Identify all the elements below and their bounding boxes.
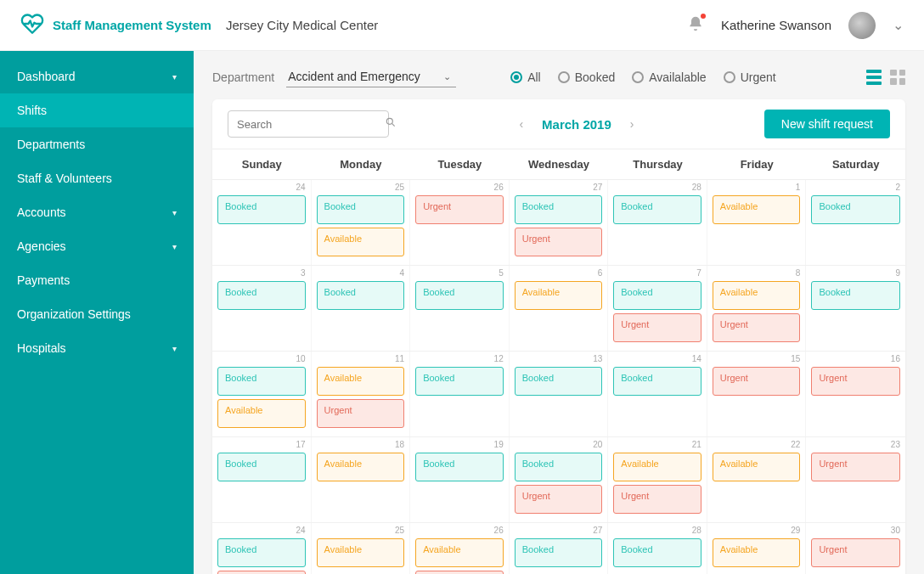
day-cell[interactable]: 7BookedUrgent: [608, 266, 707, 351]
prev-month-button[interactable]: ‹: [519, 117, 523, 131]
day-cell[interactable]: 5Booked: [410, 266, 510, 351]
sidebar-item-organization-settings[interactable]: Organization Settings: [0, 297, 194, 331]
shift-urgent[interactable]: Urgent: [811, 453, 900, 481]
shift-urgent[interactable]: Urgent: [415, 195, 504, 224]
shift-booked[interactable]: Booked: [217, 195, 306, 224]
shift-booked[interactable]: Booked: [415, 453, 504, 481]
day-cell[interactable]: 14Booked: [608, 352, 707, 436]
shift-urgent[interactable]: Urgent: [317, 399, 405, 428]
sidebar-item-departments[interactable]: Departments: [0, 127, 194, 161]
shift-booked[interactable]: Booked: [217, 453, 306, 481]
day-cell[interactable]: 11AvailableUrgent: [312, 352, 411, 436]
day-cell[interactable]: 24Booked: [212, 180, 312, 265]
day-cell[interactable]: 12Booked: [410, 352, 510, 436]
sidebar-item-payments[interactable]: Payments: [0, 263, 194, 297]
day-cell[interactable]: 28Booked: [608, 180, 707, 265]
notifications-button[interactable]: [687, 15, 704, 36]
shift-booked[interactable]: Booked: [515, 195, 603, 224]
day-cell[interactable]: 25BookedAvailable: [312, 180, 411, 265]
day-cell[interactable]: 3Booked: [212, 266, 312, 351]
shift-booked[interactable]: Booked: [515, 538, 603, 567]
grid-view-button[interactable]: [890, 70, 905, 85]
shift-available[interactable]: Available: [713, 195, 801, 224]
day-cell[interactable]: 10BookedAvailable: [212, 352, 312, 436]
shift-urgent[interactable]: Urgent: [713, 313, 801, 342]
day-cell[interactable]: 15Urgent: [707, 352, 807, 436]
shift-available[interactable]: Available: [317, 538, 405, 567]
shift-booked[interactable]: Booked: [811, 195, 900, 224]
day-cell[interactable]: 13Booked: [510, 352, 609, 436]
day-cell[interactable]: 27BookedUrgent: [510, 180, 609, 265]
shift-urgent[interactable]: Urgent: [515, 485, 603, 514]
sidebar-item-hospitals[interactable]: Hospitals▾: [0, 331, 194, 365]
sidebar-item-shifts[interactable]: Shifts: [0, 93, 194, 127]
shift-booked[interactable]: Booked: [613, 195, 701, 224]
shift-urgent[interactable]: Urgent: [515, 228, 603, 256]
day-cell[interactable]: 30Urgent: [806, 523, 905, 574]
day-cell[interactable]: 29Available: [707, 523, 807, 574]
shift-booked[interactable]: Booked: [317, 195, 405, 224]
day-cell[interactable]: 21AvailableUrgent: [608, 437, 707, 522]
shift-booked[interactable]: Booked: [317, 281, 405, 310]
shift-booked[interactable]: Booked: [217, 281, 306, 310]
shift-available[interactable]: Available: [713, 453, 801, 481]
shift-booked[interactable]: Booked: [415, 367, 504, 396]
day-cell[interactable]: 25Available: [312, 523, 411, 574]
shift-booked[interactable]: Booked: [217, 538, 306, 567]
filter-radio-urgent[interactable]: Urgent: [724, 70, 776, 84]
filter-radio-all[interactable]: All: [510, 70, 541, 84]
shift-available[interactable]: Available: [317, 228, 405, 256]
day-cell[interactable]: 24BookedUrgent: [212, 523, 312, 574]
day-cell[interactable]: 26AvailableUrgent: [410, 523, 510, 574]
day-cell[interactable]: 19Booked: [410, 437, 510, 522]
day-cell[interactable]: 8AvailableUrgent: [707, 266, 807, 351]
shift-available[interactable]: Available: [317, 367, 405, 396]
search-input[interactable]: [237, 118, 380, 131]
day-cell[interactable]: 26Urgent: [410, 180, 510, 265]
day-cell[interactable]: 22Available: [707, 437, 807, 522]
day-cell[interactable]: 6Available: [510, 266, 609, 351]
day-cell[interactable]: 28Booked: [608, 523, 707, 574]
shift-booked[interactable]: Booked: [515, 367, 603, 396]
shift-available[interactable]: Available: [317, 453, 405, 481]
day-cell[interactable]: 4Booked: [312, 266, 411, 351]
shift-booked[interactable]: Booked: [415, 281, 504, 310]
shift-available[interactable]: Available: [217, 399, 306, 428]
day-cell[interactable]: 20BookedUrgent: [510, 437, 609, 522]
next-month-button[interactable]: ›: [630, 117, 634, 131]
shift-available[interactable]: Available: [515, 281, 603, 310]
shift-urgent[interactable]: Urgent: [613, 485, 701, 514]
sidebar-item-staff-volunteers[interactable]: Staff & Volunteers: [0, 161, 194, 195]
shift-booked[interactable]: Booked: [613, 367, 701, 396]
shift-urgent[interactable]: Urgent: [415, 571, 504, 574]
sidebar-item-agencies[interactable]: Agencies▾: [0, 229, 194, 263]
day-cell[interactable]: 23Urgent: [806, 437, 905, 522]
chevron-down-icon[interactable]: ⌄: [893, 17, 904, 33]
sidebar-item-accounts[interactable]: Accounts▾: [0, 195, 194, 229]
day-cell[interactable]: 18Available: [312, 437, 411, 522]
day-cell[interactable]: 9Booked: [806, 266, 905, 351]
filter-radio-availalable[interactable]: Availalable: [632, 70, 706, 84]
shift-booked[interactable]: Booked: [613, 538, 701, 567]
avatar[interactable]: [848, 12, 876, 39]
shift-available[interactable]: Available: [713, 538, 801, 567]
day-cell[interactable]: 2Booked: [806, 180, 905, 265]
new-shift-request-button[interactable]: New shift request: [764, 110, 890, 138]
sidebar-item-dashboard[interactable]: Dashboard▾: [0, 59, 194, 93]
day-cell[interactable]: 1Available: [707, 180, 807, 265]
shift-urgent[interactable]: Urgent: [613, 313, 701, 342]
shift-urgent[interactable]: Urgent: [217, 571, 306, 574]
shift-urgent[interactable]: Urgent: [713, 367, 801, 396]
shift-urgent[interactable]: Urgent: [811, 367, 900, 396]
filter-radio-booked[interactable]: Booked: [558, 70, 615, 84]
search-box[interactable]: [228, 110, 389, 138]
shift-urgent[interactable]: Urgent: [811, 538, 900, 567]
department-select[interactable]: Accident and Emergency ⌄: [286, 66, 456, 87]
day-cell[interactable]: 16Urgent: [806, 352, 905, 436]
day-cell[interactable]: 17Booked: [212, 437, 312, 522]
shift-booked[interactable]: Booked: [811, 281, 900, 310]
shift-available[interactable]: Available: [415, 538, 504, 567]
shift-booked[interactable]: Booked: [613, 281, 701, 310]
shift-available[interactable]: Available: [713, 281, 801, 310]
shift-booked[interactable]: Booked: [217, 367, 306, 396]
